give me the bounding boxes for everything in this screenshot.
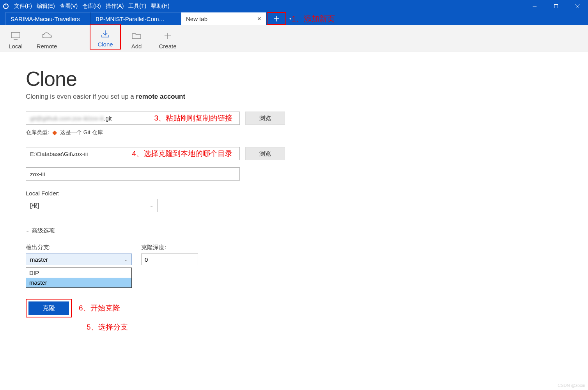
annotation-4: 4、选择克隆到本地的哪个目录 (132, 149, 236, 159)
menu-edit[interactable]: 编辑(E) (34, 0, 57, 12)
toolbar-clone[interactable]: Clone 2、克隆 (90, 24, 121, 50)
plus-icon (273, 16, 280, 22)
name-input[interactable]: zox-iii (26, 167, 240, 181)
branch-option-dip[interactable]: DIP (26, 268, 131, 278)
menu-view[interactable]: 查看(V) (57, 0, 80, 12)
toolbar-label: Remote (37, 43, 57, 50)
remote-account-link[interactable]: remote account (136, 93, 186, 100)
svg-rect-8 (11, 32, 20, 38)
menu-repo[interactable]: 仓库(R) (80, 0, 103, 12)
menu-action[interactable]: 操作(A) (103, 0, 126, 12)
local-folder-select[interactable]: [根] ⌄ (26, 199, 158, 212)
page-subtitle: Cloning is even easier if you set up a r… (26, 93, 285, 101)
menu-file[interactable]: 文件(F) (12, 0, 34, 12)
toolbar-local[interactable]: Local (0, 30, 31, 50)
monitor-icon (11, 30, 21, 41)
branch-dropdown-list: DIP master (26, 268, 132, 288)
tab-sarima[interactable]: SARIMA-Macau-Travellers (5, 12, 91, 25)
clone-depth-input[interactable] (141, 254, 198, 265)
repo-type-value: 这是一个 Git 仓库 (60, 129, 103, 136)
toolbar-create[interactable]: Create (152, 30, 183, 50)
annotation-6: 6、开始克隆 (79, 303, 120, 313)
branch-option-master[interactable]: master (26, 278, 131, 287)
blurred-url-text: git@github.com:zox-iii/zox-iii (30, 115, 104, 122)
git-icon: ◆ (52, 129, 57, 136)
tab-bp-mnist[interactable]: BP-MNIST-Parallel-Com… (91, 12, 181, 25)
chevron-down-icon: ⌄ (124, 257, 128, 262)
svg-rect-1 (5, 4, 6, 5)
clone-button[interactable]: 克隆 (28, 301, 69, 315)
local-folder-label: Local Folder: (26, 190, 285, 197)
menu-help[interactable]: 帮助(H) (149, 0, 172, 12)
cloud-icon (41, 30, 52, 41)
annotation-3: 3、粘贴刚刚复制的链接 (154, 113, 236, 123)
toolbar-label: Create (159, 43, 176, 50)
window-maximize-button[interactable] (545, 0, 567, 12)
folder-icon (131, 30, 142, 41)
page-title: Clone (26, 67, 285, 90)
toolbar-remote[interactable]: Remote (31, 30, 62, 50)
annotation-6-box: 克隆 (26, 299, 72, 317)
annotation-1: 1、添加新页 (292, 14, 335, 24)
chevron-down-icon: ⌄ (26, 228, 29, 233)
tab-new[interactable]: New tab ✕ (181, 12, 267, 25)
repo-type-label: 仓库类型: (26, 129, 49, 136)
watermark: CSDN @zoxiii (558, 383, 585, 388)
toolbar-add[interactable]: Add (121, 30, 152, 50)
tab-label: SARIMA-Macau-Travellers (11, 16, 80, 22)
advanced-options-toggle[interactable]: ⌄ 高级选项 (26, 227, 285, 234)
app-logo (0, 0, 12, 12)
tab-label: New tab (186, 16, 207, 22)
menu-bar: 文件(F) 编辑(E) 查看(V) 仓库(R) 操作(A) 工具(T) 帮助(H… (12, 0, 172, 12)
toolbar-label: Clone (97, 41, 113, 48)
toolbar-label: Add (131, 43, 142, 50)
annotation-5: 5、选择分支 (87, 322, 128, 332)
clone-depth-label: 克隆深度: (141, 244, 198, 251)
chevron-down-icon: ⌄ (150, 203, 153, 208)
window-minimize-button[interactable] (524, 0, 545, 12)
svg-rect-3 (554, 4, 558, 8)
new-tab-button[interactable] (267, 12, 286, 25)
plus-icon (164, 30, 172, 41)
toolbar-label: Local (9, 43, 23, 50)
branch-select[interactable]: master ⌄ (26, 254, 132, 265)
window-close-button[interactable] (567, 0, 588, 12)
browse-source-button[interactable]: 浏览 (245, 112, 285, 125)
dest-path-input[interactable]: E:\Database\Git\zox-iii 4、选择克隆到本地的哪个目录 (26, 147, 240, 160)
download-icon (101, 28, 110, 39)
source-url-input[interactable]: git@github.com:zox-iii/zox-iii.git 3、粘贴刚… (26, 112, 240, 125)
menu-tools[interactable]: 工具(T) (126, 0, 149, 12)
tab-close-icon[interactable]: ✕ (245, 16, 262, 22)
browse-dest-button[interactable]: 浏览 (245, 147, 285, 160)
tab-label: BP-MNIST-Parallel-Com… (96, 16, 165, 22)
checkout-branch-label: 检出分支: (26, 244, 132, 251)
